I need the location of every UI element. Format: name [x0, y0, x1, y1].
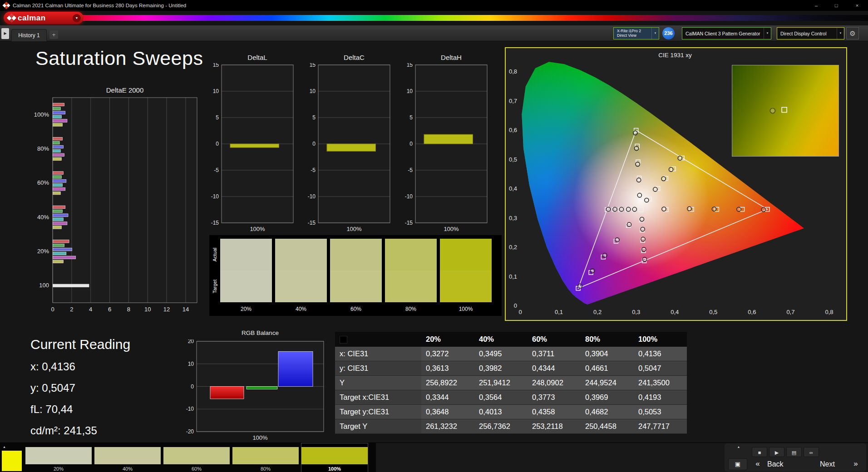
svg-text:20: 20 [188, 339, 194, 344]
row-label: y: CIE31 [335, 361, 421, 376]
table-cell: 0,4013 [474, 405, 528, 419]
pattern-swatch-80%[interactable]: 80% [232, 443, 299, 472]
meter-count-badge[interactable]: 236 [662, 27, 675, 39]
svg-text:-15: -15 [211, 220, 219, 226]
swatch-color[interactable] [232, 447, 299, 464]
pattern-window-button[interactable]: ▣ [728, 458, 747, 470]
swatch-color[interactable] [301, 447, 368, 464]
svg-text:0,4: 0,4 [671, 309, 679, 315]
minimize-button[interactable]: – [806, 0, 826, 11]
table-cell: 0,3648 [421, 405, 474, 419]
actual-row-label: Actual [212, 239, 218, 270]
saturation-swatch-column: 80% [385, 239, 437, 312]
swatch-label: 20% [220, 306, 272, 312]
reading-cdm2: cd/m²: 241,35 [30, 424, 130, 437]
svg-text:0: 0 [216, 141, 219, 147]
add-tab-button[interactable]: + [49, 30, 58, 39]
svg-text:10: 10 [310, 88, 316, 94]
calman-logo-text: calman [18, 14, 46, 23]
table-cell: 261,3232 [421, 419, 474, 434]
table-cell: 0,5047 [634, 361, 687, 376]
saturation-swatch-column: 40% [275, 239, 327, 312]
chevrons-right-icon[interactable]: » [848, 458, 863, 470]
svg-text:-10: -10 [405, 193, 413, 200]
svg-text:12: 12 [163, 306, 170, 313]
svg-text:0,1: 0,1 [509, 273, 517, 280]
svg-text:0,8: 0,8 [825, 309, 833, 315]
swatch-color[interactable] [25, 447, 92, 464]
column-header: 80% [581, 332, 634, 347]
brand-bar: calman ▼ [0, 11, 868, 25]
logo-menu-arrow-icon[interactable]: ▼ [73, 14, 81, 22]
chevron-up-icon[interactable]: ▲ [735, 444, 743, 450]
actual-swatch [385, 239, 437, 270]
pattern-generator-dropdown[interactable]: CalMAN Client 3 Pattern Generator ▼ [682, 27, 771, 39]
play-button[interactable]: ▶ [769, 447, 784, 457]
svg-text:14: 14 [182, 306, 189, 313]
svg-text:4: 4 [89, 306, 92, 313]
chevron-up-icon[interactable]: ▲ [1, 444, 8, 450]
table-cell: 0,5053 [634, 405, 687, 419]
display-control-label: Direct Display Control [777, 31, 837, 36]
svg-text:0,8: 0,8 [509, 68, 517, 75]
history-panel-toggle[interactable]: ▶ [1, 28, 9, 39]
table-cell: 244,9524 [581, 376, 634, 390]
swatch-color[interactable] [163, 447, 230, 464]
swatch-label: 100% [440, 306, 492, 312]
chevron-down-icon[interactable]: ▼ [837, 28, 844, 39]
deltac-x-label: 100% [318, 226, 390, 232]
deltah-chart-title: DeltaH [415, 54, 487, 61]
svg-text:-10: -10 [308, 193, 316, 200]
table-row: y: CIE310,36130,39820,43440,46610,5047 [335, 361, 687, 376]
pattern-swatch-20%[interactable]: 20% [25, 443, 92, 472]
swatch-label: 60% [330, 306, 382, 312]
actual-swatch [220, 239, 272, 270]
page-title: Saturation Sweeps [35, 47, 203, 69]
meter-dropdown[interactable]: X-Rite i1Pro 2 Direct View ▼ [613, 27, 659, 39]
svg-text:0,2: 0,2 [593, 309, 602, 315]
continuous-measure-button[interactable]: ∞ [804, 447, 819, 457]
gear-icon[interactable]: ⚙ [846, 27, 859, 39]
display-control-dropdown[interactable]: Direct Display Control ▼ [777, 27, 844, 39]
actual-swatch [275, 239, 327, 270]
save-button[interactable]: ▤ [786, 447, 802, 457]
cie-zoom-inset-points [732, 65, 838, 156]
svg-text:0: 0 [312, 141, 316, 147]
table-row: x: CIE310,32720,34950,37110,39040,4136 [335, 347, 687, 361]
rgb-balance-plot: 20100-10-20 [177, 339, 327, 435]
chevrons-left-icon[interactable]: « [750, 458, 765, 470]
pattern-swatch-40%[interactable]: 40% [94, 443, 161, 472]
table-cell: 256,8922 [421, 376, 474, 390]
target-swatch [220, 270, 272, 302]
table-row: Target Y261,3232256,7362253,2118250,4458… [335, 419, 687, 434]
chevron-down-icon[interactable]: ▼ [764, 28, 771, 39]
close-button[interactable]: × [846, 0, 868, 11]
back-button[interactable]: Back [767, 458, 784, 470]
svg-text:0,5: 0,5 [709, 309, 717, 315]
svg-text:5: 5 [312, 114, 316, 121]
rgb-balance-title: RGB Balance [197, 329, 324, 336]
table-cell: 256,7362 [474, 419, 528, 434]
chevron-down-icon[interactable]: ▼ [651, 28, 659, 39]
tab-history-1[interactable]: History 1 [11, 29, 47, 41]
saturation-swatch-column: 100% [440, 239, 492, 312]
pattern-generator-label: CalMAN Client 3 Pattern Generator [682, 31, 764, 36]
maximize-button[interactable]: □ [826, 0, 846, 11]
svg-text:-5: -5 [408, 167, 413, 173]
next-button[interactable]: Next [820, 458, 835, 470]
svg-text:100: 100 [39, 282, 49, 289]
swatch-color[interactable] [94, 447, 161, 464]
swatch-label: 40% [275, 306, 327, 312]
column-header: 40% [474, 332, 528, 347]
row-label: x: CIE31 [335, 347, 421, 361]
pattern-swatch-60%[interactable]: 60% [163, 443, 230, 472]
table-cell: 0,4136 [634, 347, 687, 361]
pattern-swatch-100%[interactable]: 100% [301, 443, 368, 472]
stop-button[interactable]: ■ [752, 447, 767, 457]
calman-logo-button[interactable]: calman ▼ [4, 12, 84, 24]
actual-swatch [330, 239, 382, 270]
saturation-swatch-column: 20% [220, 239, 272, 312]
svg-text:0: 0 [51, 306, 54, 313]
table-row: Y256,8922251,9412248,0902244,9524241,350… [335, 376, 687, 390]
table-cell: 0,4193 [634, 390, 687, 405]
